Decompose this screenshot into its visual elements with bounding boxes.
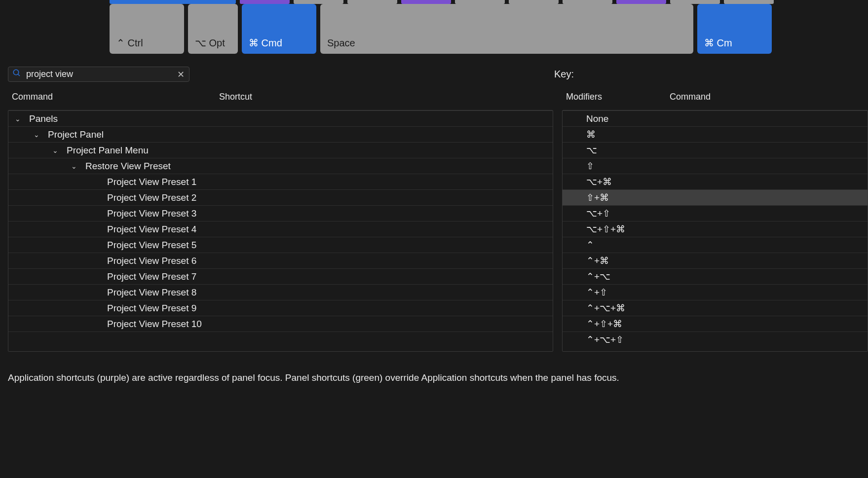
keyboard-key-hint <box>616 0 666 4</box>
modifier-row[interactable]: ⌥+⌘ <box>563 174 868 189</box>
tree-row-label: Project Panel Menu <box>67 145 149 156</box>
tree-row-label: Project View Preset 9 <box>107 303 196 314</box>
svg-point-0 <box>13 70 19 75</box>
key-ctrl-label: ⌃ Ctrl <box>116 37 143 49</box>
column-header-shortcut[interactable]: Shortcut <box>219 92 553 102</box>
modifier-row[interactable]: ⌃+⇧ <box>563 284 868 300</box>
tree-row[interactable]: Project View Preset 9 <box>8 300 553 316</box>
tree-row-label: Project View Preset 3 <box>107 208 196 219</box>
tree-row[interactable]: Project View Preset 7 <box>8 268 553 284</box>
modifiers-list[interactable]: None⌘⌥⇧⌥+⌘⇧+⌘⌥+⇧⌥+⇧+⌘⌃⌃+⌘⌃+⌥⌃+⇧⌃+⌥+⌘⌃+⇧+… <box>562 110 868 352</box>
chevron-down-icon[interactable]: ⌄ <box>13 115 22 123</box>
tree-row-label: Project View Preset 1 <box>107 177 196 187</box>
tree-row-label: Panels <box>29 113 58 124</box>
key-label: Key: <box>554 69 574 80</box>
keyboard-key-hint <box>294 0 343 4</box>
search-row: ✕ Key: <box>0 67 868 82</box>
clear-search-icon[interactable]: ✕ <box>176 70 185 79</box>
key-cmd-right-label: ⌘ Cm <box>704 37 732 49</box>
modifier-row[interactable]: ⌃+⌥+⌘ <box>563 300 868 316</box>
key-cmd-right[interactable]: ⌘ Cm <box>697 4 772 54</box>
modifier-row[interactable]: ⇧+⌘ <box>563 189 868 205</box>
modifier-row-label: ⌃+⌘ <box>563 255 609 266</box>
modifier-row-label: ⌃+⇧ <box>563 287 607 298</box>
keyboard-key-hint <box>110 0 236 4</box>
keyboard-key-hint <box>670 0 720 4</box>
modifier-row[interactable]: None <box>563 110 868 126</box>
tree-row-label: Project Panel <box>48 129 104 140</box>
chevron-down-icon[interactable]: ⌄ <box>51 147 60 154</box>
modifier-row[interactable]: ⌃+⌥+⇧ <box>563 331 868 347</box>
modifier-row-label: ⌥ <box>563 145 597 156</box>
modifier-row-label: ⌥+⌘ <box>563 176 612 187</box>
modifier-row[interactable]: ⇧ <box>563 158 868 174</box>
modifier-row-label: ⌘ <box>563 129 596 140</box>
search-box[interactable]: ✕ <box>8 67 189 82</box>
tree-row[interactable]: Project View Preset 2 <box>8 189 553 205</box>
chevron-down-icon[interactable]: ⌄ <box>70 162 78 170</box>
tree-row[interactable]: ⌄Project Panel Menu <box>8 142 553 158</box>
tree-row[interactable]: Project View Preset 5 <box>8 237 553 253</box>
tree-row-label: Project View Preset 2 <box>107 192 196 203</box>
modifier-row-label: ⌃ <box>563 239 594 251</box>
tree-empty-space <box>8 331 553 351</box>
tree-row-label: Project View Preset 7 <box>107 271 196 282</box>
key-ctrl[interactable]: ⌃ Ctrl <box>110 4 184 54</box>
command-tree[interactable]: ⌄Panels⌄Project Panel⌄Project Panel Menu… <box>8 110 553 352</box>
footer-hint-text: Application shortcuts (purple) are activ… <box>0 352 868 383</box>
key-cmd-label: ⌘ Cmd <box>249 37 282 49</box>
modifier-row-label: ⌃+⌥+⌘ <box>563 302 625 314</box>
chevron-down-icon[interactable]: ⌄ <box>32 131 41 139</box>
keyboard-key-hint <box>455 0 505 4</box>
modifier-row-label: ⌥+⇧ <box>563 208 610 219</box>
key-opt-label: ⌥ Opt <box>195 37 225 49</box>
keyboard-top-row-hint <box>0 0 868 4</box>
key-space-label: Space <box>327 37 355 49</box>
main-panes: ⌄Panels⌄Project Panel⌄Project Panel Menu… <box>0 110 868 352</box>
tree-row[interactable]: Project View Preset 6 <box>8 253 553 268</box>
column-header-command[interactable]: Command <box>8 92 219 102</box>
search-input[interactable] <box>26 69 171 79</box>
modifier-row-label: ⇧+⌘ <box>563 192 609 203</box>
tree-row[interactable]: Project View Preset 4 <box>8 221 553 237</box>
search-icon <box>12 69 21 80</box>
keyboard-key-hint <box>240 0 290 4</box>
tree-row[interactable]: Project View Preset 3 <box>8 205 553 221</box>
tree-row[interactable]: ⌄Project Panel <box>8 126 553 142</box>
modifier-row-label: ⌃+⌥+⇧ <box>563 334 624 345</box>
svg-line-1 <box>18 74 20 76</box>
modifier-row[interactable]: ⌃+⌥ <box>563 268 868 284</box>
modifier-row[interactable]: ⌥ <box>563 142 868 158</box>
keyboard-key-hint <box>509 0 559 4</box>
modifier-row[interactable]: ⌃+⇧+⌘ <box>563 316 868 331</box>
modifier-row[interactable]: ⌥+⇧+⌘ <box>563 221 868 237</box>
tree-row[interactable]: Project View Preset 8 <box>8 284 553 300</box>
tree-row[interactable]: Project View Preset 1 <box>8 174 553 189</box>
tree-row-label: Project View Preset 10 <box>107 319 202 330</box>
tree-row-label: Project View Preset 5 <box>107 240 196 251</box>
keyboard-modifier-row: ⌃ Ctrl ⌥ Opt ⌘ Cmd Space ⌘ Cm <box>0 4 868 54</box>
tree-row[interactable]: ⌄Restore View Preset <box>8 158 553 174</box>
modifier-row[interactable]: ⌥+⇧ <box>563 205 868 221</box>
keyboard-key-hint <box>401 0 451 4</box>
key-opt[interactable]: ⌥ Opt <box>188 4 238 54</box>
keyboard-key-hint <box>724 0 774 4</box>
key-space[interactable]: Space <box>320 4 693 54</box>
tree-row-label: Project View Preset 4 <box>107 224 196 235</box>
tree-row[interactable]: ⌄Panels <box>8 110 553 126</box>
key-cmd[interactable]: ⌘ Cmd <box>242 4 316 54</box>
modifier-row-label: ⌃+⇧+⌘ <box>563 318 622 330</box>
column-header-modifiers[interactable]: Modifiers <box>562 92 666 102</box>
modifier-row[interactable]: ⌃ <box>563 237 868 253</box>
tree-row-label: Project View Preset 8 <box>107 287 196 298</box>
tree-row-label: Project View Preset 6 <box>107 256 196 266</box>
keyboard-key-hint <box>347 0 397 4</box>
modifier-row-label: ⇧ <box>563 160 594 172</box>
modifier-row-label: ⌥+⇧+⌘ <box>563 223 625 235</box>
modifier-row-label: None <box>563 113 608 124</box>
modifier-row[interactable]: ⌘ <box>563 126 868 142</box>
modifier-row-label: ⌃+⌥ <box>563 271 610 282</box>
column-header-command-right[interactable]: Command <box>666 92 868 102</box>
modifier-row[interactable]: ⌃+⌘ <box>563 253 868 268</box>
tree-row[interactable]: Project View Preset 10 <box>8 316 553 331</box>
